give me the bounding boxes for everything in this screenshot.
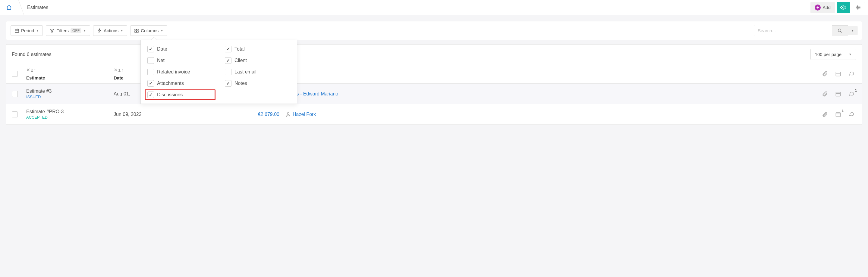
column-option[interactable]: Date bbox=[147, 46, 213, 53]
checkbox-icon bbox=[225, 80, 231, 87]
columns-button[interactable]: Columns ▼ bbox=[130, 25, 167, 36]
estimate-status: ACCEPTED bbox=[26, 115, 114, 119]
svg-rect-11 bbox=[135, 29, 136, 30]
discussion-icon[interactable]: 1 bbox=[848, 91, 855, 97]
search-button[interactable] bbox=[832, 25, 848, 36]
actions-button[interactable]: Actions ▼ bbox=[93, 25, 127, 36]
calendar-icon bbox=[14, 28, 19, 33]
calendar-note-icon[interactable] bbox=[835, 91, 841, 97]
per-page-select[interactable]: 100 per page ▼ bbox=[810, 49, 856, 60]
table-row[interactable]: Estimate #PRO-3ACCEPTEDJun 09, 2022€2,67… bbox=[6, 104, 862, 125]
estimate-client[interactable]: artons - Edward Mariano bbox=[285, 91, 394, 97]
svg-rect-19 bbox=[836, 92, 841, 96]
table-header: ✕ 2 ↑ Estimate ✕ 1 ↑ Date bbox=[6, 64, 862, 84]
column-option[interactable]: Notes bbox=[225, 80, 290, 87]
columns-icon bbox=[134, 28, 139, 33]
column-option[interactable]: Client bbox=[225, 57, 290, 64]
columns-dropdown: DateNetRelated invoiceAttachmentsDiscuss… bbox=[141, 40, 297, 104]
adjust-button[interactable] bbox=[852, 2, 865, 13]
per-page-label: 100 per page bbox=[815, 52, 841, 57]
chevron-down-icon: ▼ bbox=[83, 29, 86, 32]
estimate-status: ISSUED bbox=[26, 95, 114, 99]
toolbar: Period ▼ Filters OFF ▼ Actions ▼ Columns… bbox=[6, 22, 862, 40]
view-button[interactable] bbox=[837, 2, 850, 13]
column-option-label: Net bbox=[157, 58, 164, 63]
estimate-name: Estimate #3 bbox=[26, 89, 114, 94]
toolbar-card: Period ▼ Filters OFF ▼ Actions ▼ Columns… bbox=[6, 21, 862, 40]
checkbox-icon bbox=[147, 80, 154, 87]
sort-asc-icon: ↑ bbox=[121, 68, 123, 73]
column-option-label: Discussions bbox=[157, 92, 183, 98]
discussion-icon bbox=[848, 71, 855, 77]
actions-label: Actions bbox=[104, 28, 119, 33]
column-option[interactable]: Net bbox=[147, 57, 213, 64]
discussion-icon[interactable] bbox=[848, 111, 855, 117]
svg-point-15 bbox=[838, 29, 841, 32]
column-option-label: Notes bbox=[235, 81, 247, 86]
checkbox-icon bbox=[147, 46, 154, 53]
checkbox-icon bbox=[147, 57, 154, 64]
attachment-icon[interactable] bbox=[822, 111, 828, 117]
th-estimate[interactable]: Estimate bbox=[26, 75, 114, 80]
estimate-date: Jun 09, 2022 bbox=[114, 112, 142, 117]
clear-sort-icon: ✕ bbox=[26, 67, 30, 73]
select-all-checkbox[interactable] bbox=[12, 71, 18, 77]
column-option-label: Total bbox=[235, 46, 245, 52]
sort-asc-icon: ↑ bbox=[34, 68, 36, 73]
column-option[interactable]: Last email bbox=[225, 69, 290, 75]
column-option[interactable]: Attachments bbox=[147, 80, 213, 87]
checkbox-icon bbox=[225, 57, 231, 64]
calendar-note-icon[interactable]: 1 bbox=[835, 111, 841, 117]
search-group: ▼ bbox=[754, 25, 858, 36]
chevron-down-icon: ▼ bbox=[160, 29, 163, 32]
clear-sort-icon: ✕ bbox=[114, 67, 118, 73]
svg-rect-14 bbox=[137, 31, 138, 32]
add-button[interactable]: + Add bbox=[810, 2, 835, 13]
chevron-down-icon: ▼ bbox=[849, 53, 852, 56]
estimate-total: €2,679.00 bbox=[258, 112, 279, 117]
svg-rect-7 bbox=[15, 29, 19, 33]
search-options-button[interactable]: ▼ bbox=[848, 26, 858, 35]
svg-rect-13 bbox=[135, 31, 136, 32]
badge-count: 1 bbox=[842, 109, 844, 113]
topbar-actions: + Add bbox=[810, 2, 865, 13]
period-label: Period bbox=[21, 28, 34, 33]
column-option[interactable]: Discussions bbox=[145, 90, 216, 100]
filters-label: Filters bbox=[56, 28, 69, 33]
period-button[interactable]: Period ▼ bbox=[10, 25, 43, 36]
svg-point-0 bbox=[843, 7, 844, 8]
column-option[interactable]: Total bbox=[225, 46, 290, 53]
svg-point-6 bbox=[858, 8, 858, 9]
topbar: Estimates + Add bbox=[0, 0, 868, 15]
content-card: Found 6 estimates 100 per page ▼ ✕ 2 ↑ E… bbox=[6, 44, 862, 125]
columns-dropdown-left: DateNetRelated invoiceAttachmentsDiscuss… bbox=[147, 46, 213, 98]
search-input[interactable] bbox=[754, 25, 832, 36]
sort-index: 2 bbox=[31, 67, 33, 73]
svg-line-16 bbox=[841, 31, 842, 33]
column-option-label: Related invoice bbox=[157, 69, 190, 75]
svg-point-5 bbox=[859, 7, 860, 8]
attachment-icon[interactable] bbox=[822, 91, 828, 97]
filters-button[interactable]: Filters OFF ▼ bbox=[46, 25, 90, 36]
svg-rect-17 bbox=[836, 72, 841, 76]
estimate-client[interactable]: Hazel Fork bbox=[285, 112, 394, 117]
row-checkbox[interactable] bbox=[12, 111, 18, 117]
attachment-icon bbox=[822, 71, 828, 77]
checkbox-icon bbox=[225, 46, 231, 53]
table-row[interactable]: Estimate #3ISSUEDAug 01,artons - Edward … bbox=[6, 84, 862, 104]
breadcrumb: Estimates bbox=[3, 0, 48, 15]
checkbox-icon bbox=[147, 92, 154, 98]
column-option-label: Date bbox=[157, 46, 167, 52]
add-button-label: Add bbox=[823, 5, 831, 10]
home-icon[interactable] bbox=[3, 1, 15, 13]
column-option[interactable]: Related invoice bbox=[147, 69, 213, 75]
summary-text: Found 6 estimates bbox=[12, 52, 52, 57]
svg-rect-12 bbox=[137, 29, 138, 30]
column-option-label: Client bbox=[235, 58, 247, 63]
row-checkbox[interactable] bbox=[12, 91, 18, 97]
sort-estimate[interactable]: ✕ 2 ↑ bbox=[26, 67, 114, 73]
page-title: Estimates bbox=[24, 5, 48, 10]
sort-index: 1 bbox=[118, 67, 121, 73]
workspace: Period ▼ Filters OFF ▼ Actions ▼ Columns… bbox=[0, 15, 868, 277]
eye-icon bbox=[840, 4, 846, 10]
